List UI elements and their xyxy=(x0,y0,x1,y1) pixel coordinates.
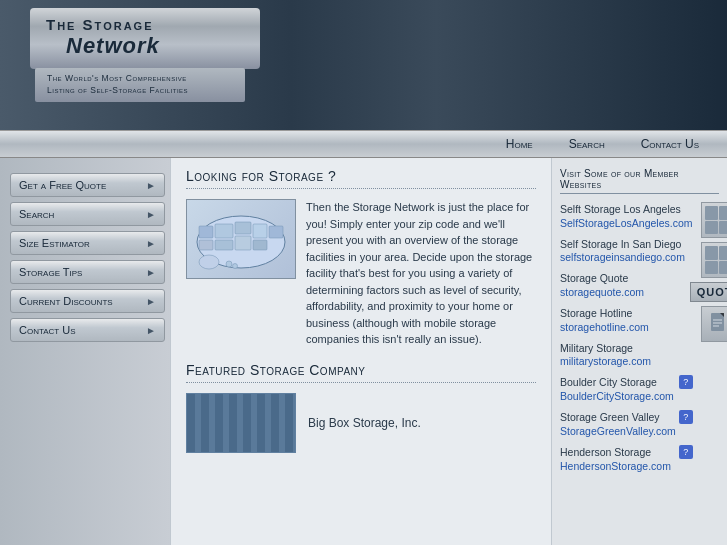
logo-line1: The Storage xyxy=(46,16,244,33)
grid-cell xyxy=(705,206,719,220)
member-link-6[interactable]: StorageGreenValley.com xyxy=(560,425,676,437)
header: The Storage Network The World's Most Com… xyxy=(0,0,727,130)
info-icon-7: ? xyxy=(679,445,693,459)
company-name: Big Box Storage, Inc. xyxy=(308,416,421,430)
arrow-icon-4: ► xyxy=(146,296,156,307)
sidebar-label-storage-tips: Storage Tips xyxy=(19,266,82,278)
grid-cell xyxy=(705,261,719,275)
arrow-icon-2: ► xyxy=(146,238,156,249)
featured-title: Featured Storage Company xyxy=(186,362,536,383)
sidebar-label-discounts: Current Discounts xyxy=(19,295,113,307)
svg-point-11 xyxy=(226,261,232,267)
svg-rect-7 xyxy=(215,240,233,250)
looking-text: Then the Storage Network is just the pla… xyxy=(306,199,536,348)
nav-search[interactable]: Search xyxy=(551,137,623,151)
arrow-icon-5: ► xyxy=(146,325,156,336)
looking-title: Looking for Storage ? xyxy=(186,168,536,189)
member-link-7[interactable]: HendersonStorage.com xyxy=(560,460,671,472)
arrow-icon-0: ► xyxy=(146,180,156,191)
us-map-svg xyxy=(191,204,291,274)
arrow-icon-1: ► xyxy=(146,209,156,220)
tagline-line1: The World's Most Comprehensive xyxy=(47,73,233,85)
right-title: Visit Some of our Member Websites xyxy=(560,168,719,194)
arrow-icon-3: ► xyxy=(146,267,156,278)
member-group-2: Storage Quote storagequote.com xyxy=(560,271,693,298)
grid-cell xyxy=(719,221,727,235)
grid-cell xyxy=(719,206,727,220)
tagline-line2: Listing of Self-Storage Facilities xyxy=(47,85,233,97)
member-link-2[interactable]: storagequote.com xyxy=(560,286,693,298)
member-link-0[interactable]: SelfStorageLosAngeles.com xyxy=(560,217,693,229)
storage-stripe xyxy=(187,394,295,452)
sidebar-item-contact[interactable]: Contact Us ► xyxy=(10,318,165,342)
member-7-text: Henderson Storage HendersonStorage.com xyxy=(560,445,671,472)
member-group-5: Boulder City Storage BoulderCityStorage.… xyxy=(560,375,693,402)
quote-box[interactable]: QUOTE xyxy=(690,282,727,302)
member-link-1[interactable]: selfstorageinsandiego.com xyxy=(560,251,693,263)
right-layout: Selft Storage Los Angeles SelfStorageLos… xyxy=(560,202,719,480)
member-group-3: Storage Hotline storagehotline.com xyxy=(560,306,693,333)
logo-line2: Network xyxy=(66,33,244,59)
sidebar-item-free-quote[interactable]: Get a Free Quote ► xyxy=(10,173,165,197)
storage-photo xyxy=(186,393,296,453)
grid-cell xyxy=(705,246,719,260)
looking-section: Then the Storage Network is just the pla… xyxy=(186,199,536,348)
nav-contact[interactable]: Contact Us xyxy=(623,137,717,151)
member-label-1: Self Storage In San Diego xyxy=(560,237,693,252)
svg-rect-6 xyxy=(199,240,213,250)
member-group-7: Henderson Storage HendersonStorage.com ? xyxy=(560,445,693,472)
info-icon-5: ? xyxy=(679,375,693,389)
sidebar-item-storage-tips[interactable]: Storage Tips ► xyxy=(10,260,165,284)
sidebar-item-search[interactable]: Search ► xyxy=(10,202,165,226)
member-group-1: Self Storage In San Diego selfstorageins… xyxy=(560,237,693,264)
right-sidebar: Visit Some of our Member Websites Selft … xyxy=(552,158,727,545)
featured-section: Featured Storage Company Big Box Storage… xyxy=(186,362,536,453)
sidebar-item-discounts[interactable]: Current Discounts ► xyxy=(10,289,165,313)
member-label-0: Selft Storage Los Angeles xyxy=(560,202,693,217)
member-label-5: Boulder City Storage xyxy=(560,375,674,390)
info-icon-6: ? xyxy=(679,410,693,424)
center-content: Looking for Storage ? xyxy=(170,158,552,545)
member-label-7: Henderson Storage xyxy=(560,445,671,460)
right-widgets: QUOTE xyxy=(699,202,727,480)
members-list: Selft Storage Los Angeles SelfStorageLos… xyxy=(560,202,693,480)
logo: The Storage Network xyxy=(30,8,260,69)
sidebar-label-contact: Contact Us xyxy=(19,324,76,336)
member-5-text: Boulder City Storage BoulderCityStorage.… xyxy=(560,375,674,402)
sidebar-label-free-quote: Get a Free Quote xyxy=(19,179,106,191)
grid-cell xyxy=(719,246,727,260)
member-label-3: Storage Hotline xyxy=(560,306,693,321)
sidebar-label-search: Search xyxy=(19,208,54,220)
featured-company: Big Box Storage, Inc. xyxy=(186,393,536,453)
member-link-3[interactable]: storagehotline.com xyxy=(560,321,693,333)
tagline: The World's Most Comprehensive Listing o… xyxy=(35,68,245,102)
member-group-0: Selft Storage Los Angeles SelfStorageLos… xyxy=(560,202,693,229)
sidebar-item-size-estimator[interactable]: Size Estimator ► xyxy=(10,231,165,255)
member-label-6: Storage Green Valley xyxy=(560,410,676,425)
member-link-4[interactable]: militarystorage.com xyxy=(560,355,693,367)
nav-home[interactable]: Home xyxy=(488,137,551,151)
sidebar-label-size-estimator: Size Estimator xyxy=(19,237,90,249)
member-link-5[interactable]: BoulderCityStorage.com xyxy=(560,390,674,402)
document-icon xyxy=(701,306,727,342)
svg-point-12 xyxy=(233,264,238,269)
nav-bar: Home Search Contact Us xyxy=(0,130,727,158)
svg-rect-9 xyxy=(253,240,267,250)
grid-icon-top xyxy=(701,202,727,238)
sidebar: Get a Free Quote ► Search ► Size Estimat… xyxy=(0,158,170,545)
svg-rect-8 xyxy=(235,236,251,250)
us-map-image xyxy=(186,199,296,279)
svg-rect-4 xyxy=(253,224,267,238)
grid-icon-2 xyxy=(701,242,727,278)
grid-cell xyxy=(719,261,727,275)
member-label-2: Storage Quote xyxy=(560,271,693,286)
member-label-4: Military Storage xyxy=(560,341,693,356)
svg-rect-2 xyxy=(215,224,233,238)
svg-rect-13 xyxy=(711,313,724,331)
grid-cell xyxy=(705,221,719,235)
main-content: Get a Free Quote ► Search ► Size Estimat… xyxy=(0,158,727,545)
member-group-6: Storage Green Valley StorageGreenValley.… xyxy=(560,410,693,437)
svg-rect-1 xyxy=(199,226,213,238)
svg-rect-5 xyxy=(269,226,283,238)
svg-point-10 xyxy=(199,255,219,269)
